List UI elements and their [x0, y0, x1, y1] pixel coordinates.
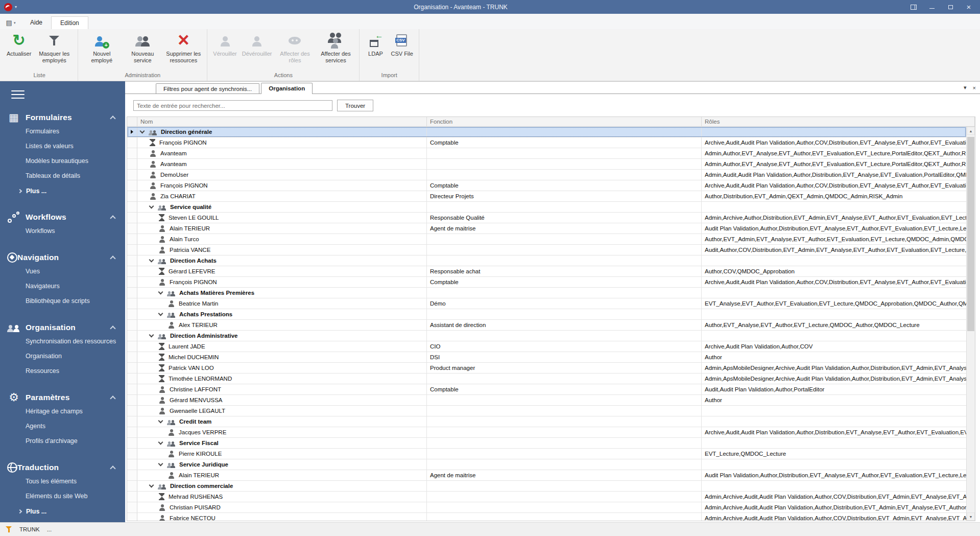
minimize-button[interactable] — [923, 1, 941, 13]
table-row[interactable]: Direction commerciale — [127, 481, 966, 492]
chevron-down-icon[interactable] — [158, 418, 163, 424]
table-row[interactable]: Alain TERIEURAgent de maitriseAudit Plan… — [127, 223, 966, 234]
sidebar-item-listes-de-valeurs[interactable]: Listes de valeurs — [0, 139, 125, 154]
hamburger-menu-icon[interactable] — [11, 90, 25, 99]
sidebar-item-formulaires[interactable]: Formulaires — [0, 124, 125, 139]
table-row[interactable]: Achats Prestations — [127, 309, 966, 320]
document-tab-0[interactable]: Filtres pour agent de synchronis... — [156, 83, 259, 94]
sidebar-item-vues[interactable]: Vues — [0, 264, 125, 279]
workspace-button[interactable] — [904, 1, 923, 13]
tab-aide[interactable]: Aide — [21, 16, 51, 29]
vertical-scrollbar[interactable]: ▲ ▼ — [966, 127, 975, 521]
document-tab-active[interactable]: Organisation — [261, 83, 313, 94]
table-row[interactable]: Laurent JADECIOArchive,Audit Plan Valida… — [127, 341, 966, 352]
table-row[interactable]: Christian PUISARDAdmin,Archive,Audit,Aud… — [127, 502, 966, 513]
application-menu-button[interactable]: ▤▾ — [0, 16, 21, 29]
chevron-down-icon[interactable] — [149, 204, 154, 209]
sidebar-section-header[interactable]: Workflows — [0, 211, 125, 224]
sidebar-item-tableaux-de-d-tails[interactable]: Tableaux de détails — [0, 169, 125, 183]
new-service-button[interactable]: Nouveau service — [122, 32, 163, 65]
scroll-down-icon[interactable]: ▼ — [967, 512, 975, 521]
sidebar-item-biblioth-que-de-scripts[interactable]: Bibliothèque de scripts — [0, 294, 125, 309]
table-row[interactable]: Timothée LENORMANDAdmin,ApsMobileDesigne… — [127, 374, 966, 384]
table-row[interactable]: Michel DUCHEMINDSIAuthor — [127, 352, 966, 363]
header-nom[interactable]: Nom — [137, 117, 427, 126]
table-row[interactable]: Credit team — [127, 416, 966, 427]
sidebar-item-el-ments-du-site-web[interactable]: Eléments du site Web — [0, 489, 125, 504]
sidebar-section-header[interactable]: Paramètres — [0, 391, 125, 404]
sidebar-item-plus[interactable]: Plus ... — [0, 504, 125, 519]
sidebar-item-profils-d-archivage[interactable]: Profils d'archivage — [0, 434, 125, 449]
chevron-down-icon[interactable] — [158, 461, 163, 467]
table-row[interactable]: Achats Matières Premières — [127, 288, 966, 298]
header-roles[interactable]: Rôles — [702, 117, 975, 126]
chevron-down-icon[interactable] — [149, 483, 154, 488]
sidebar-item-organisation[interactable]: Organisation — [0, 349, 125, 364]
delete-resources-button[interactable]: Supprimer les ressources — [163, 32, 204, 65]
sidebar-item-ressources[interactable]: Ressources — [0, 364, 125, 379]
chevron-up-icon[interactable] — [110, 115, 115, 121]
table-row[interactable]: Alex TERIEURAssistant de directionAuthor… — [127, 320, 966, 331]
table-row[interactable]: Zia CHARIATDirecteur ProjetsAuthor,Distr… — [127, 191, 966, 202]
sidebar-section-header[interactable]: Navigation — [0, 251, 125, 264]
table-row[interactable]: Christine LAFFONTComptableAudit,Audit Pl… — [127, 384, 966, 395]
sidebar-section-header[interactable]: Organisation — [0, 321, 125, 334]
chevron-down-icon[interactable] — [140, 129, 145, 134]
table-row[interactable]: Direction générale — [127, 127, 966, 137]
table-row[interactable]: Steven LE GOUILLResponsable QualitéAdmin… — [127, 213, 966, 223]
table-row[interactable]: Patricia VANCEAudit,Author,COV,Distribut… — [127, 245, 966, 255]
table-row[interactable]: Gérard LEFEVREResponsable achatAuthor,CO… — [127, 266, 966, 277]
scrollbar-thumb[interactable] — [967, 137, 974, 331]
sidebar-item-tous-les-l-ments[interactable]: Tous les éléments — [0, 474, 125, 489]
table-row[interactable]: Gérard MENVUSSAAuthor — [127, 395, 966, 406]
sidebar-section-header[interactable]: Traduction — [0, 461, 125, 474]
table-row[interactable]: Jacques VERPREArchive,Audit,Audit Plan V… — [127, 427, 966, 438]
filter-button[interactable]: Masquer les employés — [34, 32, 75, 65]
sidebar-item-synchronisation-des-ressources[interactable]: Synchronisation des ressources — [0, 334, 125, 349]
close-button[interactable]: × — [960, 1, 978, 13]
header-fonction[interactable]: Fonction — [427, 117, 702, 126]
chevron-up-icon[interactable] — [110, 325, 115, 331]
chevron-up-icon[interactable] — [110, 395, 115, 401]
table-row[interactable]: Service Juridique — [127, 459, 966, 470]
sidebar-item-mod-les-bureautiques[interactable]: Modèles bureautiques — [0, 154, 125, 169]
tab-close-icon[interactable]: × — [973, 85, 976, 91]
table-row[interactable]: AvanteamAdmin,Author,EVT_Analyse,EVT_Aut… — [127, 148, 966, 159]
sidebar-item-workflows[interactable]: Workflows — [0, 224, 125, 239]
refresh-button[interactable]: Actualiser — [4, 32, 34, 58]
table-row[interactable]: Fabrice NECTOUAdmin,Archive,Audit,Audit … — [127, 513, 966, 521]
table-row[interactable]: François PIGNONComptableArchive,Audit,Au… — [127, 137, 966, 148]
table-row[interactable]: Alain TurcoAuthor,EVT_Admin,EVT_Analyse,… — [127, 234, 966, 245]
sidebar-item-plus[interactable]: Plus ... — [0, 183, 125, 198]
table-row[interactable]: Gwenaelle LEGAULT — [127, 406, 966, 416]
table-row[interactable]: Direction Achats — [127, 255, 966, 266]
table-row[interactable]: Direction Administrative — [127, 331, 966, 341]
search-input[interactable] — [133, 100, 332, 111]
chevron-down-icon[interactable] — [149, 333, 154, 338]
find-button[interactable]: Trouver — [337, 100, 373, 111]
table-row[interactable]: François PIGNONComptableArchive,Audit,Au… — [127, 277, 966, 288]
sidebar-item-agents[interactable]: Agents — [0, 419, 125, 434]
sidebar-item-navigateurs[interactable]: Navigateurs — [0, 279, 125, 294]
chevron-down-icon[interactable] — [149, 258, 154, 263]
tab-edition[interactable]: Edition — [51, 16, 88, 29]
chevron-down-icon[interactable] — [158, 290, 163, 295]
table-row[interactable]: Patrick VAN LOOProduct managerAdmin,ApsM… — [127, 363, 966, 374]
sidebar-section-header[interactable]: Formulaires — [0, 111, 125, 124]
table-row[interactable]: DemoUserAdmin,Audit,Audit Plan Validatio… — [127, 170, 966, 180]
chevron-up-icon[interactable] — [110, 215, 115, 221]
csv-file-button[interactable]: CSVCSV File — [388, 32, 415, 58]
chevron-up-icon[interactable] — [110, 465, 115, 471]
table-row[interactable]: Pierre KIROULEEVT_Lecture,QMDOC_Lecture — [127, 449, 966, 459]
table-row[interactable]: François PIGNONComptableArchive,Audit,Au… — [127, 180, 966, 191]
ldap-import-button[interactable]: ←LDAP — [363, 32, 388, 58]
tab-list-dropdown-icon[interactable]: ▾ — [964, 84, 967, 91]
chevron-up-icon[interactable] — [110, 255, 115, 261]
chevron-down-icon[interactable] — [158, 440, 163, 445]
table-row[interactable]: Mehrad RUSHENASAdmin,Archive,Audit,Audit… — [127, 492, 966, 502]
table-row[interactable]: Alain TERIEURAgent de maitriseAudit Plan… — [127, 470, 966, 481]
maximize-button[interactable] — [941, 1, 960, 13]
new-employee-button[interactable]: +Nouvel employé — [81, 32, 122, 65]
chevron-down-icon[interactable] — [158, 311, 163, 316]
app-logo-icon[interactable] — [4, 3, 12, 11]
